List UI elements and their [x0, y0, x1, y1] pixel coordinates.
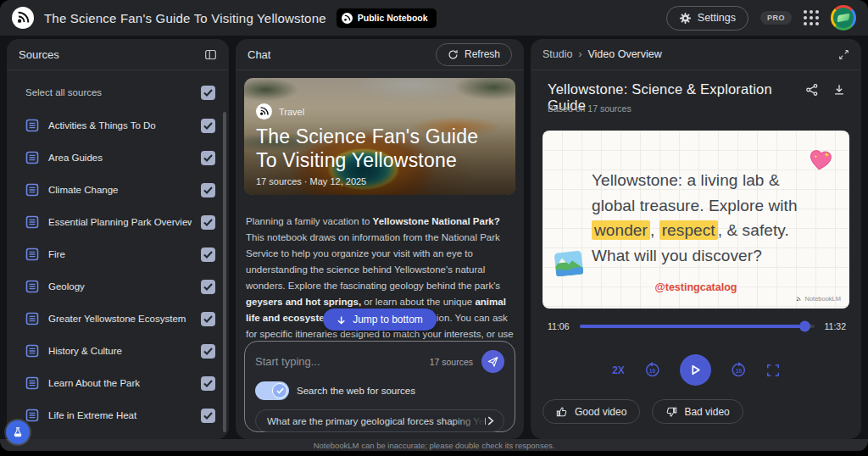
chat-input[interactable] [255, 355, 421, 368]
source-checkbox[interactable] [201, 312, 215, 326]
web-search-toggle[interactable] [255, 381, 289, 400]
replay-10-icon: 10 [643, 361, 661, 379]
notebook-badge-icon [342, 13, 353, 24]
source-row[interactable]: Activities & Things To Do [7, 109, 229, 142]
seek-bar-thumb[interactable] [799, 321, 810, 332]
source-label: Climate Change [48, 185, 192, 195]
sources-panel-title: Sources [19, 48, 59, 61]
source-checkbox[interactable] [201, 151, 215, 165]
source-row[interactable]: Climate Change [7, 174, 229, 206]
source-row[interactable]: Fire [7, 238, 229, 270]
apps-grid-icon[interactable] [804, 10, 819, 25]
download-icon[interactable] [832, 83, 846, 97]
source-row[interactable]: Geology [7, 270, 229, 303]
source-label: Activities & Things To Do [48, 120, 192, 131]
sources-panel-header: Sources [7, 39, 229, 70]
source-row[interactable]: Essential Planning Park Overview.md [7, 206, 229, 238]
slide-text-line: wonder, respect, & safety. [592, 218, 798, 243]
watermark-label: NotebookLM [804, 295, 841, 303]
share-icon[interactable] [805, 83, 819, 97]
forward-10-button[interactable]: 10 [730, 361, 748, 379]
chevron-right-icon [486, 416, 495, 425]
slide-text-line: What will you discover? [592, 243, 798, 269]
document-icon [25, 119, 39, 132]
public-notebook-label: Public Notebook [358, 13, 428, 23]
web-search-toggle-row: Search the web for sources [255, 381, 504, 400]
source-row[interactable]: Life in Extreme Heat [7, 399, 229, 431]
sparkling-heart-emoji [804, 142, 838, 177]
notebooklm-watermark-icon [795, 296, 802, 303]
source-checkbox[interactable] [201, 247, 215, 262]
document-icon [25, 183, 39, 197]
bad-video-label: Bad video [684, 406, 729, 418]
play-icon [689, 364, 702, 376]
source-checkbox[interactable] [201, 215, 215, 230]
source-row[interactable]: History & Culture [7, 335, 229, 367]
highlighted-word: wonder [592, 220, 650, 240]
jump-to-bottom-button[interactable]: Jump to bottom [323, 309, 437, 331]
source-row[interactable]: Maps & GPS Coordinates [7, 431, 229, 439]
account-avatar[interactable] [831, 5, 856, 31]
notebooklm-watermark: NotebookLM [795, 295, 841, 303]
play-button[interactable] [680, 354, 711, 386]
bad-video-button[interactable]: Bad video [652, 399, 743, 424]
hero-text-block: Travel The Science Fan's Guide To Visiti… [256, 103, 504, 186]
sources-panel: Sources Select all sources Activities & … [7, 39, 229, 439]
select-all-checkbox[interactable] [201, 86, 215, 100]
source-checkbox[interactable] [201, 280, 215, 294]
expand-icon[interactable] [838, 49, 849, 60]
pro-badge: PRO [760, 11, 792, 25]
source-checkbox[interactable] [201, 119, 215, 133]
thumbs-up-icon [556, 406, 568, 418]
slide-text-line: global treasure. Explore with [592, 193, 798, 219]
source-checkbox[interactable] [201, 344, 215, 359]
source-checkbox[interactable] [201, 409, 215, 423]
replay-10-button[interactable]: 10 [643, 361, 661, 379]
source-label: Area Guides [48, 153, 192, 163]
avatar-image [833, 8, 854, 28]
source-label: Essential Planning Park Overview.md [48, 217, 192, 227]
source-row[interactable]: Area Guides [7, 142, 229, 174]
highlighted-word: respect [659, 220, 718, 240]
gear-icon [679, 12, 692, 25]
source-row[interactable]: Learn About the Park [7, 367, 229, 399]
source-label: Geology [48, 281, 192, 292]
refresh-button[interactable]: Refresh [436, 43, 512, 66]
labs-flask-button[interactable] [6, 420, 30, 444]
send-button[interactable] [481, 350, 504, 373]
public-notebook-badge: Public Notebook [337, 8, 437, 28]
hero-category-row: Travel [256, 103, 504, 120]
seek-bar[interactable] [580, 325, 815, 328]
notebook-title: The Science Fan's Guide To Visiting Yell… [44, 11, 326, 25]
good-video-button[interactable]: Good video [542, 399, 640, 424]
notebook-hero-card: Travel The Science Fan's Guide To Visiti… [244, 78, 515, 195]
breadcrumb-studio[interactable]: Studio [542, 48, 572, 60]
player-controls: 2X 10 10 [531, 354, 861, 386]
svg-text:10: 10 [736, 368, 743, 374]
national-park-emoji [554, 249, 585, 277]
collapse-panel-icon[interactable] [204, 48, 217, 61]
notebooklm-logo-icon [256, 103, 272, 120]
document-icon [25, 344, 39, 358]
refresh-label: Refresh [465, 48, 500, 60]
document-icon [25, 215, 39, 229]
breadcrumb: Studio › Video Overview [542, 48, 662, 60]
document-icon [25, 376, 39, 390]
fullscreen-button[interactable] [766, 364, 780, 377]
playback-speed-button[interactable]: 2X [612, 364, 625, 376]
select-all-label: Select all sources [25, 87, 201, 97]
slide-text: Yellowstone: a living lab &global treasu… [592, 168, 798, 268]
sources-scrollbar[interactable] [223, 112, 226, 432]
settings-button[interactable]: Settings [666, 6, 748, 31]
source-row[interactable]: Greater Yellowstone Ecosystem [7, 303, 229, 335]
source-checkbox[interactable] [201, 376, 215, 391]
flask-icon [12, 426, 24, 438]
notebooklm-app: The Science Fan's Guide To Visiting Yell… [0, 0, 868, 451]
refresh-icon [448, 49, 459, 60]
video-slide[interactable]: Yellowstone: a living lab &global treasu… [542, 131, 849, 309]
toggle-thumb [272, 383, 287, 398]
breadcrumb-video-overview: Video Overview [587, 48, 661, 60]
settings-label: Settings [698, 12, 736, 24]
source-checkbox[interactable] [201, 183, 215, 197]
suggested-question-chip[interactable]: What are the primary geological forces s… [255, 409, 504, 432]
